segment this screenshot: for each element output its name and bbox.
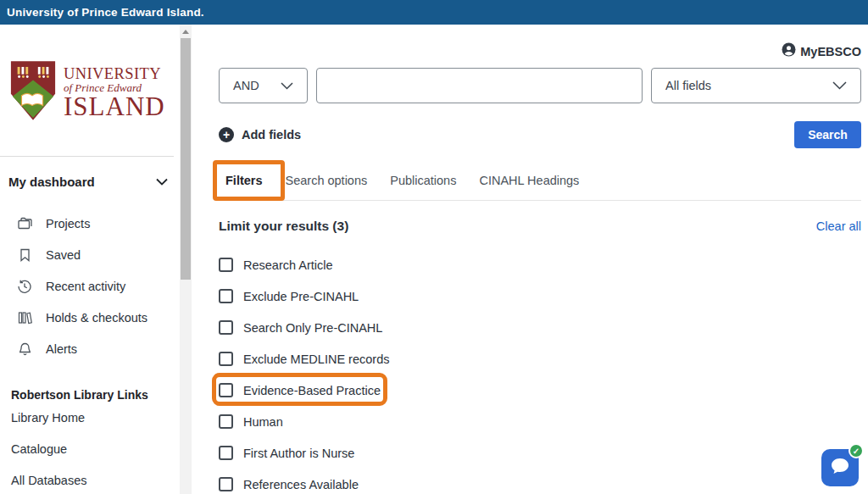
sidebar-link-catalogue[interactable]: Catalogue bbox=[11, 433, 180, 464]
tab-search-options[interactable]: Search options bbox=[286, 174, 368, 187]
checkbox-unchecked[interactable] bbox=[219, 477, 233, 491]
sidebar-item-label: Holds & checkouts bbox=[46, 311, 147, 325]
chat-widget-button[interactable]: ✓ bbox=[821, 449, 859, 486]
limiter-references-available[interactable]: References Available bbox=[219, 469, 861, 494]
checkbox-unchecked[interactable] bbox=[219, 258, 233, 272]
chevron-down-icon bbox=[156, 174, 168, 189]
sidebar-item-label: Projects bbox=[46, 217, 90, 230]
limiter-exclude-pre-cinahl[interactable]: Exclude Pre-CINAHL bbox=[219, 280, 861, 312]
search-builder-row: AND All fields bbox=[219, 68, 861, 103]
checkbox-unchecked[interactable] bbox=[219, 446, 233, 460]
check-badge-icon: ✓ bbox=[849, 443, 864, 458]
upei-shield-logo bbox=[8, 59, 58, 125]
myebsco-account-button[interactable]: MyEBSCO bbox=[219, 44, 861, 58]
my-dashboard-toggle[interactable]: My dashboard bbox=[0, 174, 180, 189]
logo-line-island: ISLAND bbox=[64, 94, 165, 119]
limiter-research-article[interactable]: Research Article bbox=[219, 249, 861, 280]
boolean-operator-value: AND bbox=[233, 79, 259, 92]
limit-results-header-row: Limit your results (3) Clear all bbox=[219, 218, 861, 235]
sidebar-item-projects[interactable]: Projects bbox=[0, 208, 180, 239]
sidebar-link-all-databases[interactable]: All Databases bbox=[11, 464, 180, 494]
limiter-first-author-is-nurse[interactable]: First Author is Nurse bbox=[219, 437, 861, 469]
sidebar-link-library-home[interactable]: Library Home bbox=[11, 402, 180, 433]
scrollbar-thumb[interactable] bbox=[181, 38, 191, 280]
checkbox-label: References Available bbox=[243, 478, 359, 491]
sidebar-scrollbar[interactable] bbox=[180, 25, 192, 494]
limit-results-heading: Limit your results (3) bbox=[219, 219, 348, 234]
clear-all-link[interactable]: Clear all bbox=[816, 219, 861, 233]
limiters-checkbox-list: Research Article Exclude Pre-CINAHL Sear… bbox=[219, 249, 861, 494]
upei-logo-wordmark: UNIVERSITY of Prince Edward ISLAND bbox=[64, 66, 165, 119]
my-dashboard-label: My dashboard bbox=[8, 175, 95, 189]
sidebar-item-holds-checkouts[interactable]: Holds & checkouts bbox=[0, 302, 180, 333]
ebsco-search-page: University of Prince Edward Island. UNIV… bbox=[0, 0, 868, 494]
person-icon bbox=[782, 42, 796, 60]
limiter-evidence-based-practice[interactable]: Evidence-Based Practice bbox=[219, 375, 861, 406]
checkbox-label: Exclude MEDLINE records bbox=[243, 352, 389, 366]
saved-bookmark-icon bbox=[17, 247, 32, 263]
institution-name: University of Prince Edward Island. bbox=[7, 6, 204, 19]
boolean-operator-select[interactable]: AND bbox=[219, 68, 308, 103]
checkbox-label: Evidence-Based Practice bbox=[243, 384, 381, 397]
checkbox-unchecked[interactable] bbox=[219, 320, 233, 335]
sidebar-item-recent-activity[interactable]: Recent activity bbox=[0, 270, 180, 302]
checkbox-unchecked[interactable] bbox=[219, 289, 233, 303]
sidebar-item-label: Recent activity bbox=[46, 280, 125, 293]
projects-folder-icon bbox=[17, 216, 32, 231]
search-actions-row: + Add fields Search bbox=[219, 121, 861, 148]
recent-activity-history-icon bbox=[17, 279, 32, 294]
sidebar: UNIVERSITY of Prince Edward ISLAND My da… bbox=[0, 25, 180, 494]
holds-checkouts-books-icon bbox=[17, 310, 32, 325]
chevron-down-icon bbox=[281, 78, 293, 93]
plus-circle-icon: + bbox=[219, 127, 234, 142]
sidebar-item-saved[interactable]: Saved bbox=[0, 239, 180, 270]
alerts-bell-icon bbox=[17, 341, 32, 357]
logo-line-university: UNIVERSITY bbox=[64, 66, 165, 82]
limiter-exclude-medline-records[interactable]: Exclude MEDLINE records bbox=[219, 343, 861, 375]
chat-bubble-icon bbox=[830, 457, 850, 479]
field-scope-select[interactable]: All fields bbox=[651, 68, 861, 103]
tab-cinahl-headings[interactable]: CINAHL Headings bbox=[479, 174, 579, 187]
limiter-human[interactable]: Human bbox=[219, 406, 861, 437]
dashboard-menu: Projects Saved Recent activity Holds & c… bbox=[0, 208, 180, 364]
library-links-header: Robertson Library Links bbox=[11, 388, 180, 402]
add-fields-button[interactable]: + Add fields bbox=[219, 127, 301, 142]
sidebar-item-label: Alerts bbox=[46, 342, 77, 356]
add-fields-label: Add fields bbox=[242, 128, 301, 142]
sidebar-item-label: Saved bbox=[46, 248, 81, 262]
field-scope-value: All fields bbox=[665, 79, 711, 92]
checkbox-label: Exclude Pre-CINAHL bbox=[243, 290, 359, 303]
institution-banner: University of Prince Edward Island. bbox=[0, 0, 868, 25]
main-content: MyEBSCO AND All fields + Add fields bbox=[192, 25, 868, 494]
tab-filters[interactable]: Filters bbox=[225, 174, 263, 187]
checkbox-label: Human bbox=[243, 415, 283, 429]
checkbox-label: First Author is Nurse bbox=[243, 447, 354, 460]
search-term-input[interactable] bbox=[316, 68, 643, 103]
checkbox-unchecked[interactable] bbox=[219, 352, 233, 366]
limiter-search-only-pre-cinahl[interactable]: Search Only Pre-CINAHL bbox=[219, 312, 861, 343]
scrollbar-up-arrow[interactable] bbox=[180, 26, 192, 36]
result-tools-tabs: Filters Search options Publications CINA… bbox=[219, 161, 861, 201]
checkbox-unchecked[interactable] bbox=[219, 414, 233, 429]
upei-logo[interactable]: UNIVERSITY of Prince Edward ISLAND bbox=[8, 59, 180, 125]
chevron-down-icon bbox=[832, 78, 847, 93]
checkbox-label: Research Article bbox=[243, 258, 333, 272]
myebsco-label: MyEBSCO bbox=[800, 45, 861, 58]
search-button[interactable]: Search bbox=[794, 121, 861, 148]
checkbox-label: Search Only Pre-CINAHL bbox=[243, 321, 382, 335]
sidebar-item-alerts[interactable]: Alerts bbox=[0, 333, 180, 364]
checkbox-unchecked[interactable] bbox=[219, 383, 233, 397]
sidebar-divider bbox=[0, 156, 174, 157]
tab-publications[interactable]: Publications bbox=[390, 174, 456, 187]
